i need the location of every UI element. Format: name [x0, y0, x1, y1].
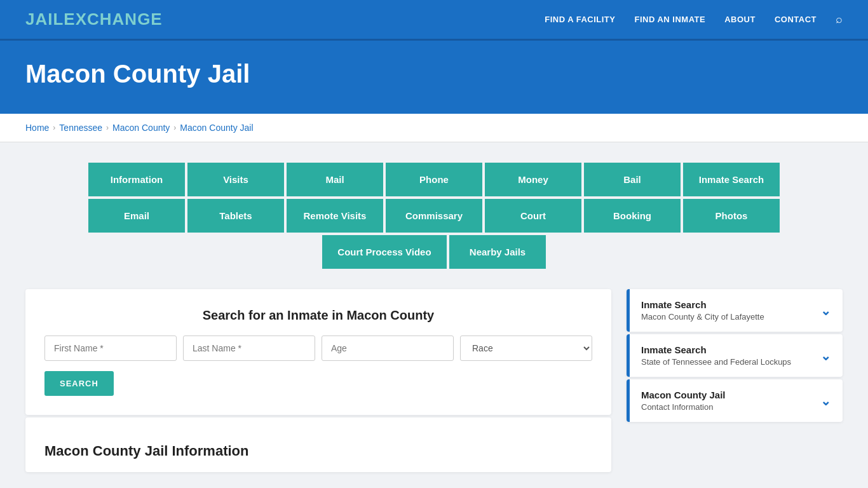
age-input[interactable]: [322, 336, 454, 361]
chevron-down-icon-2: ⌄: [820, 348, 831, 363]
search-button[interactable]: SEARCH: [44, 371, 114, 396]
sidebar: Inmate Search Macon County & City of Laf…: [627, 289, 843, 472]
page-title: Macon County Jail: [25, 60, 843, 88]
sidebar-card-2: Inmate Search State of Tennessee and Fed…: [627, 334, 843, 377]
btn-visits[interactable]: Visits: [186, 161, 285, 198]
chevron-down-icon-3: ⌄: [820, 393, 831, 409]
nav-about[interactable]: ABOUT: [724, 15, 756, 24]
sidebar-card-1: Inmate Search Macon County & City of Laf…: [627, 289, 843, 332]
breadcrumb-bar: Home › Tennessee › Macon County › Macon …: [0, 114, 868, 142]
grid-buttons: Information Visits Mail Phone Money Bail…: [25, 161, 843, 270]
btn-money[interactable]: Money: [484, 161, 583, 198]
sidebar-card-text-2: Inmate Search State of Tennessee and Fed…: [641, 344, 791, 367]
sidebar-card-header-3[interactable]: Macon County Jail Contact Information ⌄: [630, 379, 843, 422]
sep2: ›: [106, 123, 109, 132]
btn-bail[interactable]: Bail: [583, 161, 682, 198]
main-content: Information Visits Mail Phone Money Bail…: [0, 142, 868, 488]
btn-email[interactable]: Email: [87, 198, 186, 234]
hero-section: Macon County Jail: [0, 41, 868, 114]
sidebar-card-subtitle-1: Macon County & City of Lafayette: [641, 312, 764, 322]
chevron-down-icon-1: ⌄: [820, 303, 831, 318]
nav-find-inmate[interactable]: FIND AN INMATE: [634, 15, 705, 24]
breadcrumb-home[interactable]: Home: [25, 123, 49, 133]
nav-find-facility[interactable]: FIND A FACILITY: [545, 15, 615, 24]
logo-part2: EXCHANGE: [64, 10, 162, 29]
btn-mail[interactable]: Mail: [285, 161, 384, 198]
btn-nearby-jails[interactable]: Nearby Jails: [448, 234, 547, 270]
grid-row-1: Information Visits Mail Phone Money Bail…: [87, 161, 781, 198]
sidebar-card-subtitle-3: Contact Information: [641, 402, 726, 412]
sidebar-card-3: Macon County Jail Contact Information ⌄: [627, 379, 843, 422]
btn-court[interactable]: Court: [484, 198, 583, 234]
logo-part1: JAIL: [25, 10, 64, 29]
sidebar-card-text-3: Macon County Jail Contact Information: [641, 390, 726, 412]
btn-booking[interactable]: Booking: [583, 198, 682, 234]
nav-contact[interactable]: CONTACT: [775, 15, 817, 24]
last-name-input[interactable]: [183, 336, 315, 361]
btn-tablets[interactable]: Tablets: [186, 198, 285, 234]
sidebar-card-title-3: Macon County Jail: [641, 390, 726, 400]
btn-inmate-search[interactable]: Inmate Search: [682, 161, 781, 198]
sidebar-card-title-2: Inmate Search: [641, 344, 791, 355]
header: JAILEXCHANGE FIND A FACILITY FIND AN INM…: [0, 0, 868, 41]
sidebar-card-header-2[interactable]: Inmate Search State of Tennessee and Fed…: [630, 334, 843, 377]
btn-photos[interactable]: Photos: [682, 198, 781, 234]
sidebar-card-text-1: Inmate Search Macon County & City of Laf…: [641, 299, 764, 322]
search-section: Search for an Inmate in Macon County Rac…: [25, 289, 611, 415]
btn-information[interactable]: Information: [87, 161, 186, 198]
btn-commissary[interactable]: Commissary: [384, 198, 484, 234]
sidebar-card-subtitle-2: State of Tennessee and Federal Lockups: [641, 357, 791, 367]
sep1: ›: [53, 123, 55, 132]
btn-phone[interactable]: Phone: [384, 161, 484, 198]
sidebar-card-title-1: Inmate Search: [641, 299, 764, 310]
breadcrumb: Home › Tennessee › Macon County › Macon …: [25, 123, 843, 133]
search-title: Search for an Inmate in Macon County: [44, 308, 592, 323]
breadcrumb-tennessee[interactable]: Tennessee: [59, 123, 102, 133]
sep3: ›: [173, 123, 176, 132]
sidebar-card-header-1[interactable]: Inmate Search Macon County & City of Laf…: [630, 289, 843, 332]
search-form: Race White Black Hispanic Asian Other: [44, 336, 592, 361]
search-icon[interactable]: ⌕: [836, 13, 843, 26]
btn-court-process-video[interactable]: Court Process Video: [321, 234, 448, 270]
logo[interactable]: JAILEXCHANGE: [25, 10, 163, 29]
grid-row-3: Court Process Video Nearby Jails: [321, 234, 547, 270]
breadcrumb-current: Macon County Jail: [180, 123, 253, 133]
section-heading: Macon County Jail Information: [44, 443, 592, 459]
lower-section: Search for an Inmate in Macon County Rac…: [25, 289, 843, 472]
race-select[interactable]: Race White Black Hispanic Asian Other: [460, 336, 592, 361]
main-nav: FIND A FACILITY FIND AN INMATE ABOUT CON…: [545, 13, 843, 26]
breadcrumb-macon-county[interactable]: Macon County: [112, 123, 170, 133]
grid-row-2: Email Tablets Remote Visits Commissary C…: [87, 198, 781, 234]
first-name-input[interactable]: [44, 336, 177, 361]
btn-remote-visits[interactable]: Remote Visits: [285, 198, 384, 234]
